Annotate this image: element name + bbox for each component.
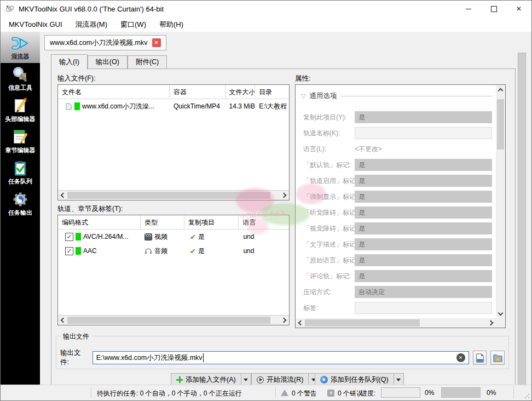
column-header[interactable]: 目录: [255, 85, 289, 99]
table-row[interactable]: www.x6d.com小刀洗澡... QuickTime/MP4 14.3 Mi…: [58, 99, 289, 113]
sidebar-item-job-output[interactable]: 任务输出: [1, 188, 40, 219]
column-header[interactable]: 类型: [141, 215, 184, 229]
close-icon: ✕: [516, 5, 522, 12]
clear-input-button[interactable]: ✕: [456, 353, 465, 362]
compression-select[interactable]: 自动决定: [355, 286, 492, 298]
scroll-down-arrow[interactable]: [496, 309, 505, 318]
menu-help[interactable]: 帮助(H): [153, 18, 190, 32]
property-label: 标签:: [303, 303, 355, 313]
sidebar-label: 信息工具: [8, 84, 32, 92]
input-files-label: 输入文件(F):: [57, 74, 95, 83]
table-row[interactable]: ✓ AVC/H.264/M... 视频 ✔ 是 und: [58, 230, 289, 244]
track-color-swatch: [76, 247, 81, 255]
current-progress-value: 0%: [425, 389, 434, 397]
scrollbar-thumb[interactable]: [497, 99, 504, 150]
scroll-left-arrow[interactable]: [58, 191, 67, 200]
column-header[interactable]: 复制项目: [184, 215, 239, 229]
scroll-left-arrow[interactable]: [296, 318, 305, 328]
scroll-left-arrow[interactable]: [58, 316, 67, 325]
scroll-right-arrow[interactable]: [280, 316, 289, 325]
output-file-input[interactable]: E:\www.x6d.com小刀洗澡视频.mkv ✕: [92, 351, 469, 364]
scrollbar-thumb[interactable]: [67, 317, 270, 324]
sidebar-label: 任务队列: [8, 177, 32, 186]
sidebar-item-job-queue[interactable]: 任务队列: [1, 157, 40, 188]
tab-attachments[interactable]: 附件(C): [128, 55, 167, 69]
scroll-right-arrow[interactable]: [487, 318, 496, 328]
sidebar-item-multiplexer[interactable]: 混流器: [1, 32, 40, 63]
track-name-input[interactable]: [355, 127, 492, 139]
tab-output[interactable]: 输出(O): [88, 55, 128, 69]
property-label: 压缩方式:: [303, 288, 355, 297]
column-header[interactable]: 容器: [170, 85, 225, 99]
add-to-queue-label: 添加到任务队列(Q): [331, 375, 389, 385]
column-header[interactable]: 语言: [239, 215, 289, 229]
input-files-table[interactable]: 文件名 容器 文件大小 目录 www.x6d.com小刀洗澡... QuickT…: [57, 84, 290, 200]
merge-subtabs: 输入(I) 输出(O) 附件(C): [51, 54, 167, 69]
commentary-select[interactable]: 是: [355, 270, 492, 282]
close-icon: ✕: [154, 40, 158, 45]
tab-close-button[interactable]: ✕: [152, 38, 161, 47]
scrollbar-thumb[interactable]: [305, 319, 420, 326]
horizontal-scrollbar[interactable]: [58, 190, 289, 200]
maximize-button[interactable]: [481, 1, 506, 17]
property-label: 「轨道启用」标记:: [303, 176, 355, 186]
tab-input[interactable]: 输入(I): [51, 54, 88, 70]
resize-grip[interactable]: [524, 393, 530, 399]
check-icon: ✓: [67, 234, 72, 240]
forced-display-select[interactable]: 是: [355, 191, 492, 203]
sidebar-item-chapter-editor[interactable]: 章节编辑器: [1, 125, 40, 157]
column-header[interactable]: 编码格式: [58, 215, 141, 229]
page-vertical-scrollbar[interactable]: [517, 53, 527, 386]
general-options-section[interactable]: ▽ 通用选项: [301, 91, 492, 101]
close-button[interactable]: ✕: [506, 1, 531, 17]
copy-check-icon: ✔: [190, 233, 196, 240]
document-tab[interactable]: www.x6d.com小刀洗澡视频.mkv ✕: [44, 35, 166, 50]
original-language-select[interactable]: 是: [355, 254, 492, 266]
play-icon: [257, 376, 264, 383]
vertical-scrollbar[interactable]: [496, 85, 505, 318]
sidebar-item-header-editor[interactable]: 头部编辑器: [1, 94, 40, 125]
folder-star-icon: [493, 353, 503, 363]
scrollbar-thumb[interactable]: [67, 192, 270, 199]
hearing-impaired-select[interactable]: 是: [355, 207, 492, 219]
track-enabled-select[interactable]: 是: [355, 175, 492, 187]
scroll-up-arrow[interactable]: [496, 85, 505, 94]
job-output-icon: [11, 191, 29, 208]
tracks-header: 编码格式 类型 复制项目 语言: [58, 215, 289, 230]
menu-mkvtoolnix[interactable]: MKVToolNix GUI: [2, 18, 69, 31]
default-track-select[interactable]: 是: [355, 159, 492, 171]
sidebar-label: 头部编辑器: [5, 115, 36, 123]
sidebar-item-info-tool[interactable]: 信息工具: [1, 63, 40, 94]
track-copy: 是: [198, 247, 205, 256]
column-header[interactable]: 文件名: [58, 85, 170, 99]
visual-impaired-select[interactable]: 是: [355, 222, 492, 234]
tags-input[interactable]: [355, 302, 492, 314]
scroll-right-arrow[interactable]: [280, 191, 289, 200]
horizontal-scrollbar[interactable]: [58, 315, 289, 325]
open-folder-button[interactable]: [490, 351, 505, 365]
total-progress-value: 0%: [487, 389, 496, 397]
menu-multiplexer[interactable]: 混流器(M): [69, 18, 114, 32]
browse-output-button[interactable]: [473, 351, 487, 365]
language-value[interactable]: <不更改>: [355, 145, 382, 154]
pending-jobs-status: 待执行的任务: 0 个自动，0 个手动，0 个正在运行: [97, 389, 242, 398]
scrollbar-thumb[interactable]: [518, 53, 526, 386]
file-icon: [65, 103, 72, 110]
track-checkbox[interactable]: ✓: [65, 233, 73, 241]
column-header[interactable]: 文件大小: [225, 85, 256, 99]
table-row[interactable]: ✓ AAC 音频 ✔ 是 und: [58, 244, 289, 258]
track-checkbox[interactable]: ✓: [65, 247, 73, 255]
minimize-button[interactable]: [456, 1, 481, 17]
tracks-table[interactable]: 编码格式 类型 复制项目 语言 ✓ AVC/H.264/M... 视频 ✔ 是: [57, 215, 290, 325]
section-divider: [340, 96, 492, 96]
horizontal-scrollbar[interactable]: [296, 318, 496, 328]
copy-item-select[interactable]: 是: [355, 111, 492, 123]
check-icon: ✓: [67, 248, 72, 254]
file-color-swatch: [74, 102, 80, 110]
section-title: 通用选项: [309, 91, 337, 101]
property-label: 「文字描述」标记:: [303, 240, 355, 249]
menu-window[interactable]: 窗口(W): [114, 18, 153, 32]
text-description-select[interactable]: 是: [355, 238, 492, 250]
tracks-label: 轨道、章节及标签(T):: [57, 204, 123, 214]
properties-label: 属性:: [295, 74, 310, 83]
